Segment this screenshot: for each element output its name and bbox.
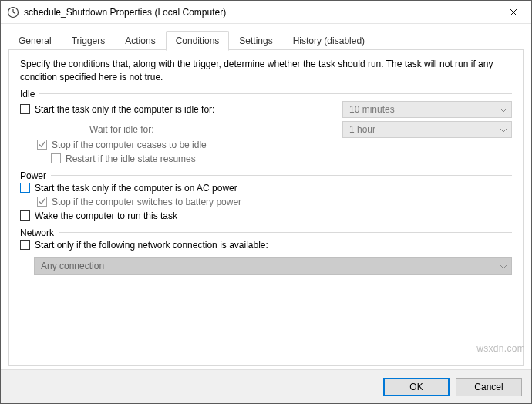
- checkbox-start-idle[interactable]: [20, 104, 30, 114]
- group-power-label: Power: [20, 170, 46, 181]
- label-start-on-ac: Start the task only if the computer is o…: [35, 183, 237, 194]
- group-power: Power: [20, 170, 512, 181]
- group-network: Network: [20, 227, 512, 238]
- tab-history[interactable]: History (disabled): [283, 31, 375, 50]
- checkbox-stop-if-not-idle: [37, 140, 47, 150]
- chevron-down-icon: [500, 261, 507, 271]
- label-wait-for-idle: Wait for idle for:: [89, 124, 154, 135]
- close-icon: [510, 8, 517, 16]
- select-idle-duration-value: 10 minutes: [349, 104, 395, 115]
- checkbox-start-only-if-network[interactable]: [20, 240, 30, 250]
- chevron-down-icon: [500, 124, 507, 135]
- label-start-idle: Start the task only if the computer is i…: [35, 104, 214, 115]
- dialog-body: General Triggers Actions Conditions Sett…: [1, 24, 531, 369]
- checkbox-stop-on-battery: [37, 197, 47, 207]
- conditions-description: Specify the conditions that, along with …: [20, 58, 512, 84]
- group-idle: Idle: [20, 89, 512, 99]
- divider: [39, 93, 512, 94]
- tab-actions[interactable]: Actions: [115, 31, 165, 50]
- label-stop-if-not-idle: Stop if the computer ceases to be idle: [52, 140, 207, 150]
- tab-strip: General Triggers Actions Conditions Sett…: [8, 30, 524, 50]
- ok-button[interactable]: OK: [383, 378, 450, 396]
- cancel-button[interactable]: Cancel: [456, 378, 522, 396]
- tab-page-conditions: Specify the conditions that, along with …: [8, 49, 524, 366]
- select-idle-duration[interactable]: 10 minutes: [342, 101, 512, 118]
- titlebar: schedule_Shutdown Properties (Local Comp…: [1, 1, 531, 24]
- select-wait-idle[interactable]: 1 hour: [342, 121, 512, 138]
- tab-general[interactable]: General: [8, 31, 62, 50]
- properties-dialog: schedule_Shutdown Properties (Local Comp…: [0, 0, 532, 404]
- group-idle-label: Idle: [20, 89, 35, 99]
- label-restart-if-idle-resumes: Restart if the idle state resumes: [66, 153, 196, 164]
- clock-icon: [7, 6, 19, 19]
- tab-settings[interactable]: Settings: [229, 31, 282, 50]
- chevron-down-icon: [500, 104, 507, 115]
- svg-line-2: [13, 12, 15, 14]
- tab-triggers[interactable]: Triggers: [62, 31, 116, 50]
- watermark: wsxdn.com: [476, 343, 525, 354]
- checkbox-wake-to-run[interactable]: [20, 210, 30, 221]
- dialog-footer: OK Cancel: [1, 369, 531, 403]
- label-stop-on-battery: Stop if the computer switches to battery…: [52, 197, 241, 207]
- select-network-value: Any connection: [41, 261, 104, 271]
- select-network-connection: Any connection: [34, 257, 512, 275]
- group-network-label: Network: [20, 227, 54, 238]
- label-start-only-if-network: Start only if the following network conn…: [35, 240, 268, 251]
- tab-conditions[interactable]: Conditions: [166, 31, 230, 51]
- divider: [51, 175, 512, 176]
- select-wait-idle-value: 1 hour: [349, 124, 375, 135]
- label-wake-to-run: Wake the computer to run this task: [35, 210, 177, 221]
- divider: [59, 232, 512, 233]
- checkbox-restart-if-idle-resumes: [51, 153, 61, 163]
- window-title: schedule_Shutdown Properties (Local Comp…: [24, 7, 496, 18]
- close-button[interactable]: [496, 1, 531, 24]
- checkbox-start-on-ac[interactable]: [20, 183, 30, 193]
